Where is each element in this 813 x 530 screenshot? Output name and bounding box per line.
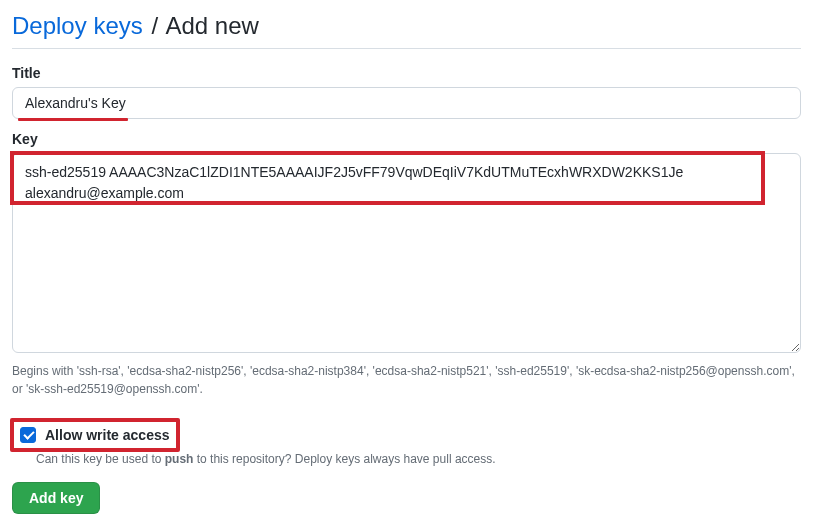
key-label: Key bbox=[12, 131, 801, 147]
breadcrumb-current: Add new bbox=[165, 12, 258, 39]
title-input[interactable] bbox=[12, 87, 801, 119]
key-textarea[interactable]: ssh-ed25519 AAAAC3NzaC1lZDI1NTE5AAAAIJF2… bbox=[12, 153, 801, 353]
title-label: Title bbox=[12, 65, 801, 81]
allow-write-access-row[interactable]: Allow write access bbox=[12, 420, 178, 450]
breadcrumb-deploy-keys[interactable]: Deploy keys bbox=[12, 12, 143, 39]
key-hint-text: Begins with 'ssh-rsa', 'ecdsa-sha2-nistp… bbox=[12, 362, 801, 398]
write-access-hint: Can this key be used to push to this rep… bbox=[36, 452, 801, 466]
allow-write-access-checkbox[interactable] bbox=[20, 427, 36, 443]
add-key-button[interactable]: Add key bbox=[12, 482, 100, 514]
breadcrumb-separator: / bbox=[151, 12, 158, 39]
allow-write-access-label: Allow write access bbox=[45, 427, 170, 443]
annotation-red-underline bbox=[18, 118, 128, 121]
page-header: Deploy keys / Add new bbox=[12, 12, 801, 49]
